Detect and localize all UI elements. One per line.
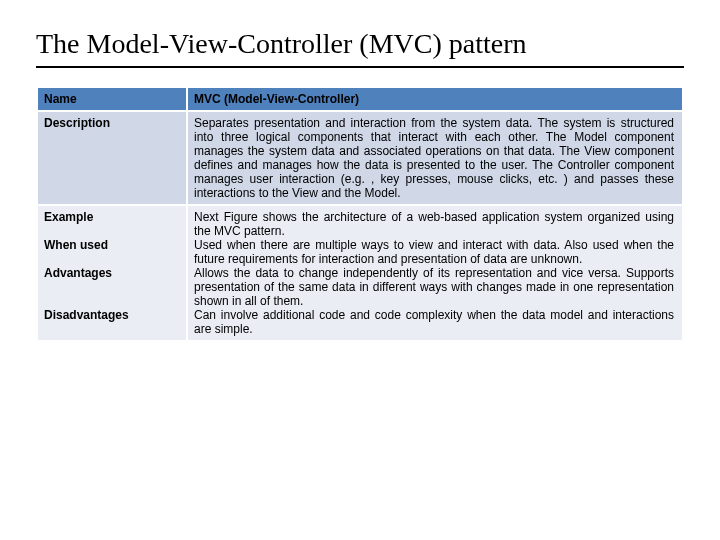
row-disadvantages: Disadvantages Can involve additional cod… (37, 308, 683, 341)
pattern-table: Name MVC (Model-View-Controller) Descrip… (36, 86, 684, 342)
label-description: Description (37, 111, 187, 205)
slide-title: The Model-View-Controller (MVC) pattern (36, 28, 684, 66)
row-name: Name MVC (Model-View-Controller) (37, 87, 683, 111)
row-advantages: Advantages Allows the data to change ind… (37, 266, 683, 308)
label-name: Name (37, 87, 187, 111)
value-name: MVC (Model-View-Controller) (187, 87, 683, 111)
label-advantages: Advantages (37, 266, 187, 308)
title-underline (36, 66, 684, 68)
row-when-used: When used Used when there are multiple w… (37, 238, 683, 266)
value-advantages: Allows the data to change independently … (187, 266, 683, 308)
label-disadvantages: Disadvantages (37, 308, 187, 341)
label-example: Example (37, 205, 187, 238)
value-example: Next Figure shows the architecture of a … (187, 205, 683, 238)
label-when-used: When used (37, 238, 187, 266)
value-when-used: Used when there are multiple ways to vie… (187, 238, 683, 266)
row-example: Example Next Figure shows the architectu… (37, 205, 683, 238)
value-disadvantages: Can involve additional code and code com… (187, 308, 683, 341)
slide: The Model-View-Controller (MVC) pattern … (0, 0, 720, 342)
value-description: Separates presentation and interaction f… (187, 111, 683, 205)
row-description: Description Separates presentation and i… (37, 111, 683, 205)
